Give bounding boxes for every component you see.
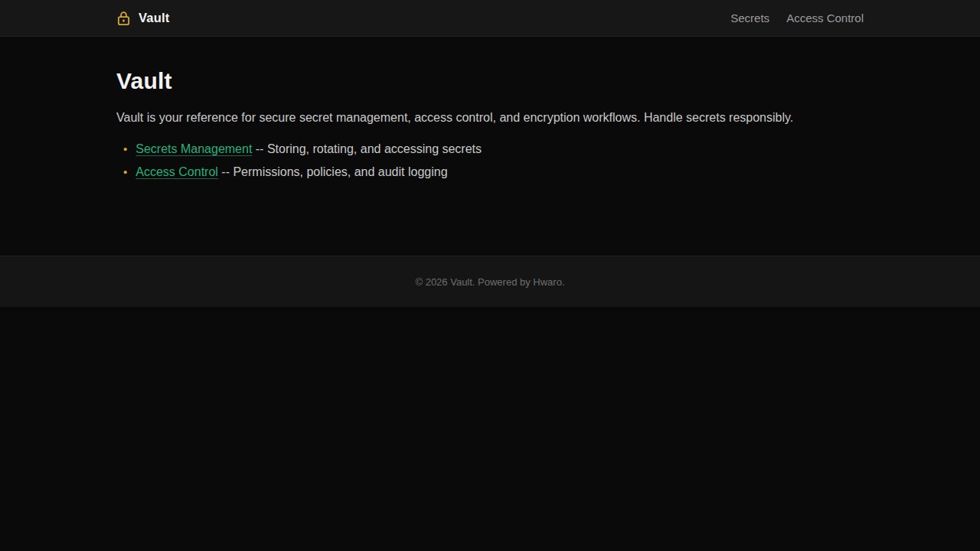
bullet-icon: •	[123, 142, 127, 155]
navbar: Vault Secrets Access Control	[0, 0, 980, 37]
page-title: Vault	[116, 67, 864, 95]
nav-link-secrets[interactable]: Secrets	[730, 11, 769, 24]
brand-title: Vault	[139, 11, 169, 25]
footer-text: © 2026 Vault. Powered by Hwaro.	[415, 276, 564, 288]
main-content: Vault Vault is your reference for secure…	[0, 37, 980, 256]
secrets-management-link[interactable]: Secrets Management	[136, 142, 252, 155]
intro-paragraph: Vault is your reference for secure secre…	[116, 109, 864, 127]
access-control-link[interactable]: Access Control	[136, 165, 218, 178]
bullet-icon: •	[123, 165, 127, 178]
list-item-description: -- Permissions, policies, and audit logg…	[218, 165, 448, 178]
lock-icon	[116, 10, 131, 26]
list-item-secrets-management: •Secrets Management -- Storing, rotating…	[116, 138, 864, 161]
nav-link-access-control[interactable]: Access Control	[786, 11, 864, 24]
nav-links: Secrets Access Control	[730, 11, 864, 24]
brand-home-link[interactable]: Vault	[116, 10, 169, 26]
navbar-inner: Vault Secrets Access Control	[0, 0, 980, 36]
list-item-access-control: •Access Control -- Permissions, policies…	[116, 161, 864, 184]
list-item-description: -- Storing, rotating, and accessing secr…	[252, 142, 482, 155]
topic-list: •Secrets Management -- Storing, rotating…	[116, 138, 864, 184]
footer: © 2026 Vault. Powered by Hwaro.	[0, 256, 980, 307]
